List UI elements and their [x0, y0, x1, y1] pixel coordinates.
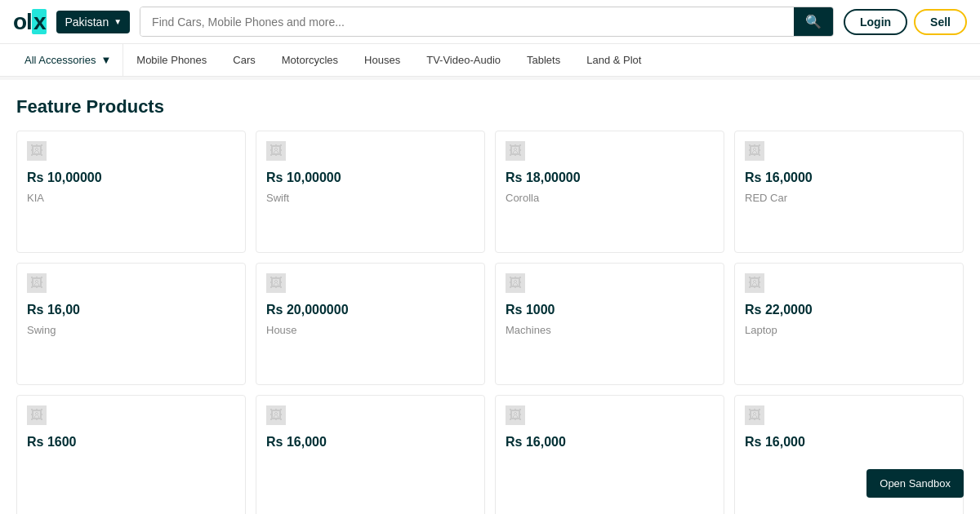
product-card[interactable]: Rs 1000 Machines	[495, 263, 724, 385]
logo[interactable]: olx	[13, 9, 47, 35]
sell-button[interactable]: Sell	[914, 9, 967, 35]
product-title: RED Car	[745, 192, 953, 204]
product-title: Laptop	[745, 324, 953, 336]
product-image	[27, 273, 47, 293]
product-card[interactable]: Rs 10,00000 Swift	[256, 131, 485, 253]
product-image	[266, 273, 286, 293]
search-input[interactable]	[140, 7, 794, 36]
product-price: Rs 16,000	[266, 435, 474, 450]
product-image	[506, 405, 525, 425]
open-sandbox-button[interactable]: Open Sandbox	[866, 469, 964, 498]
product-title: House	[266, 324, 474, 336]
product-card[interactable]: Rs 16,0000 RED Car	[734, 131, 964, 253]
sidebar-item-mobile-phones[interactable]: Mobile Phones	[123, 44, 220, 76]
product-card[interactable]: Rs 16,000	[495, 395, 724, 514]
product-card[interactable]: Rs 1600	[16, 395, 246, 514]
location-text: Pakistan	[65, 16, 109, 29]
search-bar: 🔍	[140, 7, 834, 37]
product-price: Rs 16,000	[506, 435, 714, 450]
search-button[interactable]: 🔍	[794, 7, 833, 36]
product-image	[506, 273, 525, 293]
product-card[interactable]: Rs 22,0000 Laptop	[734, 263, 964, 385]
product-image	[506, 141, 525, 161]
product-price: Rs 16,000	[745, 435, 953, 450]
product-grid-row1: Rs 10,00000 KIA Rs 10,00000 Swift Rs 18,…	[16, 131, 964, 253]
product-image	[745, 141, 764, 161]
product-title: Corolla	[506, 192, 714, 204]
product-title: Machines	[506, 324, 714, 336]
sidebar-item-cars[interactable]: Cars	[220, 44, 268, 76]
search-icon: 🔍	[805, 14, 822, 29]
product-title: Swift	[266, 192, 474, 204]
product-card[interactable]: Rs 18,00000 Corolla	[495, 131, 724, 253]
product-price: Rs 18,00000	[506, 171, 714, 185]
nav-bar: All Accessories ▼ Mobile Phones Cars Mot…	[0, 44, 980, 77]
nav-dropdown-label: All Accessories	[24, 54, 96, 66]
product-image	[745, 273, 764, 293]
nav-dropdown[interactable]: All Accessories ▼	[13, 44, 123, 76]
nav-items: Mobile Phones Cars Motorcycles Houses TV…	[123, 44, 654, 76]
product-title: Swing	[27, 324, 235, 336]
product-grid-row3: Rs 1600 Rs 16,000 Rs 16,000 Rs 16,000	[16, 395, 964, 514]
sidebar-item-houses[interactable]: Houses	[351, 44, 413, 76]
product-price: Rs 1000	[506, 303, 714, 317]
product-price: Rs 16,0000	[745, 171, 953, 185]
product-price: Rs 10,00000	[266, 171, 474, 185]
product-image	[27, 405, 47, 425]
product-price: Rs 16,00	[27, 303, 235, 317]
login-button[interactable]: Login	[844, 9, 907, 35]
product-image	[266, 141, 286, 161]
product-image	[27, 141, 47, 161]
product-image	[266, 405, 286, 425]
product-grid-row2: Rs 16,00 Swing Rs 20,000000 House Rs 100…	[16, 263, 964, 385]
product-price: Rs 10,00000	[27, 171, 235, 185]
sidebar-item-tablets[interactable]: Tablets	[514, 44, 573, 76]
section-title: Feature Products	[16, 96, 964, 117]
product-price: Rs 1600	[27, 435, 235, 450]
product-card[interactable]: Rs 16,000	[256, 395, 485, 514]
header: olx Pakistan ▼ 🔍 Login Sell	[0, 0, 980, 44]
auth-buttons: Login Sell	[844, 9, 967, 35]
product-card[interactable]: Rs 10,00000 KIA	[16, 131, 246, 253]
location-selector[interactable]: Pakistan ▼	[56, 11, 130, 33]
product-card[interactable]: Rs 16,00 Swing	[16, 263, 246, 385]
product-image	[745, 405, 764, 425]
product-card[interactable]: Rs 20,000000 House	[256, 263, 485, 385]
product-price: Rs 20,000000	[266, 303, 474, 317]
product-price: Rs 22,0000	[745, 303, 953, 317]
sidebar-item-tv-video-audio[interactable]: TV-Video-Audio	[413, 44, 514, 76]
sidebar-item-land-plot[interactable]: Land & Plot	[573, 44, 654, 76]
chevron-down-icon: ▼	[100, 54, 111, 66]
product-title: KIA	[27, 192, 235, 204]
sidebar-item-motorcycles[interactable]: Motorcycles	[269, 44, 351, 76]
chevron-down-icon: ▼	[114, 17, 122, 26]
main-content: Feature Products Rs 10,00000 KIA Rs 10,0…	[0, 80, 980, 514]
